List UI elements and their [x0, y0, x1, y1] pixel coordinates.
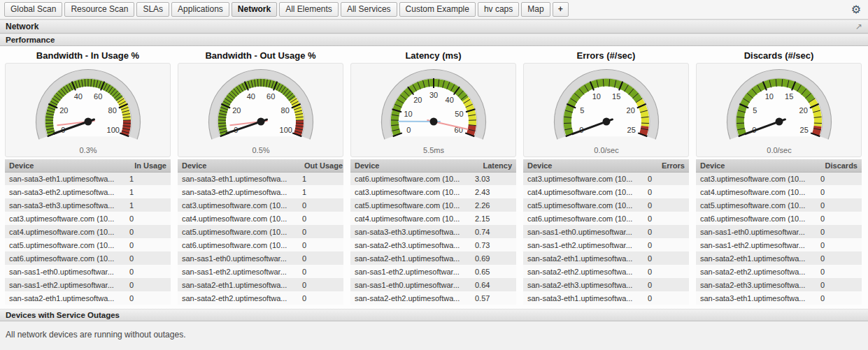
outages-section-title: Devices with Service Outages: [6, 311, 120, 319]
expand-icon[interactable]: ↗: [855, 22, 862, 31]
table-row[interactable]: cat3.uptimesoftware.com (10...0: [523, 172, 689, 185]
table-row[interactable]: san-sata3-eth2.uptimesoftwa...1: [178, 185, 343, 198]
table-row[interactable]: cat4.uptimesoftware.com (10...0: [5, 225, 171, 238]
svg-text:40: 40: [73, 92, 82, 101]
value-column-header[interactable]: In Usage: [127, 159, 171, 172]
table-row[interactable]: san-sata2-eth3.uptimesoftwa...0: [696, 278, 862, 291]
table-row[interactable]: san-sas1-eth2.uptimesoftwar...0: [523, 238, 689, 251]
metric-panel-latency-ms: Latency (ms) 01020304050605.5ms Device L…: [347, 47, 520, 305]
table-row[interactable]: cat4.uptimesoftware.com (10...2.15: [350, 212, 516, 225]
device-value: 0.57: [473, 291, 516, 305]
tab-resource-scan[interactable]: Resource Scan: [64, 2, 134, 17]
table-row[interactable]: cat3.uptimesoftware.com (10...2.43: [350, 185, 516, 198]
device-column-header[interactable]: Device: [523, 159, 646, 172]
panel-title: Bandwidth - Out Usage %: [178, 47, 343, 63]
add-tab-button[interactable]: +: [553, 2, 569, 17]
device-value: 2.26: [473, 198, 516, 212]
device-name: san-sata3-eth1.uptimesoftwa...: [5, 172, 127, 185]
tab-network[interactable]: Network: [232, 2, 277, 17]
device-value: 0: [818, 251, 862, 265]
tab-all-services[interactable]: All Services: [341, 2, 397, 17]
table-row[interactable]: cat4.uptimesoftware.com (10...0: [178, 212, 343, 225]
table-row[interactable]: san-sata3-eth1.uptimesoftwa...1: [178, 172, 343, 185]
table-row[interactable]: san-sata2-eth2.uptimesoftwa...0.57: [350, 291, 516, 305]
table-row[interactable]: cat6.uptimesoftware.com (10...3.03: [350, 172, 516, 185]
tab-slas[interactable]: SLAs: [136, 2, 169, 17]
table-row[interactable]: san-sata2-eth1.uptimesoftwa...0: [5, 291, 171, 305]
table-row[interactable]: san-sata2-eth2.uptimesoftwa...0: [178, 291, 343, 305]
table-row[interactable]: cat4.uptimesoftware.com (10...0: [523, 185, 689, 198]
table-row[interactable]: san-sas1-eth2.uptimesoftwar...0: [178, 265, 343, 278]
svg-text:10: 10: [592, 92, 600, 101]
table-row[interactable]: cat5.uptimesoftware.com (10...0: [696, 198, 862, 212]
device-name: cat5.uptimesoftware.com (10...: [350, 198, 473, 212]
table-row[interactable]: cat5.uptimesoftware.com (10...0: [523, 198, 689, 212]
device-value: 1: [127, 185, 171, 198]
table-row[interactable]: san-sata2-eth3.uptimesoftwa...0.73: [350, 238, 516, 251]
device-name: san-sata2-eth2.uptimesoftwa...: [696, 265, 818, 278]
svg-text:0: 0: [406, 126, 411, 134]
table-row[interactable]: san-sas1-eth2.uptimesoftwar...0: [5, 278, 171, 291]
table-row[interactable]: san-sas1-eth0.uptimesoftwar...0: [696, 225, 862, 238]
table-row[interactable]: cat5.uptimesoftware.com (10...0: [5, 238, 171, 251]
table-row[interactable]: san-sata2-eth1.uptimesoftwa...0: [178, 278, 343, 291]
value-column-header[interactable]: Latency: [473, 159, 516, 172]
device-value: 1: [300, 172, 343, 185]
table-row[interactable]: san-sata3-eth2.uptimesoftwa...1: [5, 185, 171, 198]
table-row[interactable]: cat3.uptimesoftware.com (10...0: [696, 172, 862, 185]
table-row[interactable]: cat3.uptimesoftware.com (10...0: [178, 198, 343, 212]
table-row[interactable]: san-sas1-eth0.uptimesoftwar...0: [5, 265, 171, 278]
table-row[interactable]: cat6.uptimesoftware.com (10...0: [696, 212, 862, 225]
device-value: 0: [300, 212, 343, 225]
device-column-header[interactable]: Device: [178, 159, 300, 172]
tab-custom-example[interactable]: Custom Example: [399, 2, 476, 17]
table-row[interactable]: san-sata3-eth3.uptimesoftwa...1: [5, 198, 171, 212]
device-name: san-sata2-eth1.uptimesoftwa...: [696, 251, 818, 265]
device-value: 2.43: [473, 185, 516, 198]
tab-global-scan[interactable]: Global Scan: [4, 2, 62, 17]
device-value: 0: [646, 238, 689, 251]
table-row[interactable]: san-sas1-eth2.uptimesoftwar...0.65: [350, 265, 516, 278]
network-section-bar: Network ↗: [0, 20, 868, 34]
table-row[interactable]: cat3.uptimesoftware.com (10...0: [5, 212, 171, 225]
table-row[interactable]: cat5.uptimesoftware.com (10...2.26: [350, 198, 516, 212]
table-row[interactable]: san-sata2-eth2.uptimesoftwa...0: [696, 265, 862, 278]
device-value: 0: [818, 172, 862, 185]
tab-all-elements[interactable]: All Elements: [279, 2, 339, 17]
table-row[interactable]: san-sata2-eth2.uptimesoftwa...0: [523, 265, 689, 278]
device-name: cat6.uptimesoftware.com (10...: [523, 212, 646, 225]
tab-hv-caps[interactable]: hv caps: [478, 2, 519, 17]
table-row[interactable]: cat6.uptimesoftware.com (10...0: [178, 238, 343, 251]
table-row[interactable]: cat5.uptimesoftware.com (10...0: [178, 225, 343, 238]
metric-panel-discards-sec: Discards (#/sec) 05101520250.0/sec Devic…: [692, 47, 865, 305]
table-row[interactable]: san-sata2-eth3.uptimesoftwa...0: [523, 278, 689, 291]
device-column-header[interactable]: Device: [5, 159, 127, 172]
table-row[interactable]: san-sata3-eth3.uptimesoftwa...0.74: [350, 225, 516, 238]
device-name: cat4.uptimesoftware.com (10...: [178, 212, 300, 225]
table-row[interactable]: cat6.uptimesoftware.com (10...0: [5, 251, 171, 265]
table-row[interactable]: cat4.uptimesoftware.com (10...0: [696, 185, 862, 198]
gear-icon[interactable]: ⚙: [848, 4, 864, 15]
table-row[interactable]: san-sata3-eth1.uptimesoftwa...0: [523, 291, 689, 305]
device-column-header[interactable]: Device: [696, 159, 818, 172]
table-row[interactable]: cat6.uptimesoftware.com (10...0: [523, 212, 689, 225]
table-row[interactable]: san-sata3-eth1.uptimesoftwa...1: [5, 172, 171, 185]
table-row[interactable]: san-sata3-eth1.uptimesoftwa...0: [696, 291, 862, 305]
tab-applications[interactable]: Applications: [171, 2, 229, 17]
value-column-header[interactable]: Out Usage: [300, 159, 343, 172]
tab-map[interactable]: Map: [521, 2, 550, 17]
device-name: san-sata2-eth2.uptimesoftwa...: [178, 291, 300, 305]
table-row[interactable]: san-sata2-eth1.uptimesoftwa...0: [523, 251, 689, 265]
device-column-header[interactable]: Device: [350, 159, 473, 172]
table-row[interactable]: san-sata2-eth1.uptimesoftwa...0: [696, 251, 862, 265]
table-row[interactable]: san-sas1-eth0.uptimesoftwar...0: [178, 251, 343, 265]
value-column-header[interactable]: Discards: [818, 159, 862, 172]
table-row[interactable]: san-sas1-eth0.uptimesoftwar...0: [523, 225, 689, 238]
device-name: cat4.uptimesoftware.com (10...: [696, 185, 818, 198]
value-column-header[interactable]: Errors: [646, 159, 689, 172]
device-name: san-sata3-eth1.uptimesoftwa...: [178, 172, 300, 185]
table-row[interactable]: san-sas1-eth2.uptimesoftwar...0: [696, 238, 862, 251]
svg-text:0.3%: 0.3%: [79, 146, 97, 154]
table-row[interactable]: san-sata2-eth1.uptimesoftwa...0.69: [350, 251, 516, 265]
table-row[interactable]: san-sas1-eth0.uptimesoftwar...0.64: [350, 278, 516, 291]
